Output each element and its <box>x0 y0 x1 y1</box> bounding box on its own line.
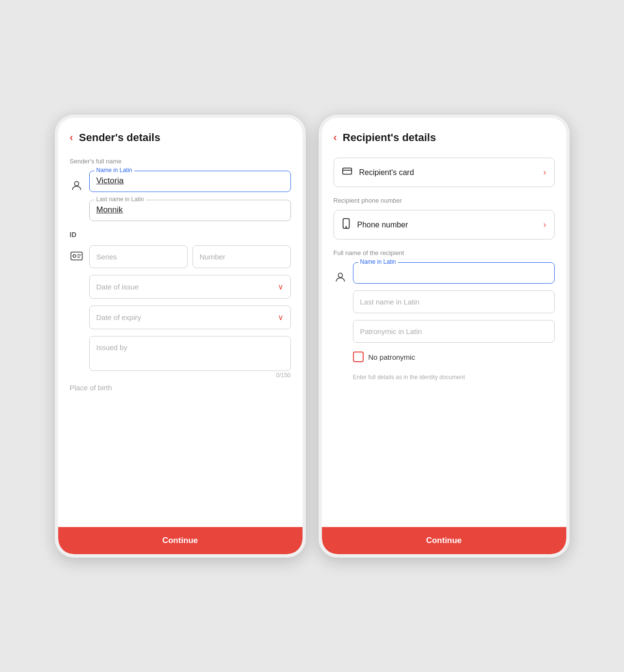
right-screen-content: ‹ Recipient's details Recipient's card › <box>322 118 566 554</box>
sender-full-name-label: Sender's full name <box>70 158 291 165</box>
svg-point-0 <box>74 181 79 186</box>
recipients-card-item[interactable]: Recipient's card › <box>334 158 555 187</box>
right-back-button[interactable]: ‹ <box>334 132 337 143</box>
name-in-latin-value: Victoria <box>96 176 284 188</box>
svg-rect-5 <box>342 168 351 175</box>
phone-number-label: Phone number <box>357 221 537 229</box>
place-of-birth-label: Place of birth <box>70 379 291 394</box>
left-phone-screen: ‹ Sender's details Sender's full name <box>58 118 303 554</box>
date-of-expiry-label: Date of expiry <box>96 313 142 321</box>
last-name-label: Last name in Latin <box>95 196 146 203</box>
date-of-issue-field[interactable]: Date of issue ∨ <box>89 275 291 299</box>
phone-item-arrow: › <box>544 220 546 230</box>
left-continue-button[interactable]: Continue <box>58 527 303 554</box>
right-header: ‹ Recipient's details <box>334 131 555 144</box>
right-screen-title: Recipient's details <box>343 131 436 144</box>
recipient-person-icon <box>334 271 347 284</box>
right-phone-screen: ‹ Recipient's details Recipient's card › <box>322 118 566 554</box>
number-field[interactable]: Number <box>192 245 291 268</box>
recipient-fields-stack: Name in Latin Last name in Latin Patrony… <box>353 262 555 381</box>
recipient-phone-section-label: Recipient phone number <box>334 197 555 204</box>
recipient-name-in-latin-field[interactable]: Name in Latin <box>353 262 555 284</box>
last-name-in-latin-field[interactable]: Last name in Latin Monnik <box>89 200 291 221</box>
date-issued-stack: Date of issue ∨ Date of expiry ∨ Issued … <box>70 275 291 379</box>
name-in-latin-field[interactable]: Name in Latin Victoria <box>89 171 291 192</box>
left-back-button[interactable]: ‹ <box>70 132 73 143</box>
name-field-row: Name in Latin Victoria <box>70 171 291 192</box>
recipient-last-name-field[interactable]: Last name in Latin <box>353 290 555 313</box>
char-count: 0/150 <box>89 372 291 379</box>
id-fields-row: Series Number <box>70 245 291 268</box>
recipients-card-label: Recipient's card <box>359 168 537 177</box>
issued-by-label: Issued by <box>96 343 128 352</box>
recipient-name-row: Name in Latin Last name in Latin Patrony… <box>334 262 555 381</box>
no-patronymic-label: No patronymic <box>368 353 416 361</box>
date-issue-chevron: ∨ <box>278 282 284 291</box>
left-screen-title: Sender's details <box>79 131 160 144</box>
svg-point-8 <box>346 226 347 227</box>
issued-by-field[interactable]: Issued by <box>89 336 291 371</box>
name-fields-stack: Name in Latin Victoria <box>89 171 291 192</box>
no-patronymic-checkbox[interactable] <box>353 352 364 362</box>
last-name-value: Monnik <box>96 205 284 217</box>
series-field[interactable]: Series <box>89 245 188 268</box>
phone-number-item[interactable]: Phone number › <box>334 210 555 240</box>
right-phone-frame: ‹ Recipient's details Recipient's card › <box>318 114 570 558</box>
left-phone-frame: ‹ Sender's details Sender's full name <box>54 114 306 558</box>
id-card-icon <box>70 249 83 263</box>
name-in-latin-label: Name in Latin <box>95 167 134 174</box>
person-icon <box>70 179 83 192</box>
card-item-arrow: › <box>544 167 546 177</box>
svg-point-2 <box>73 255 76 257</box>
last-name-row: Last name in Latin Monnik <box>70 200 291 221</box>
left-header: ‹ Sender's details <box>70 131 291 144</box>
recipient-patronymic-field[interactable]: Patronymic in Latin <box>353 320 555 343</box>
series-number-row: Series Number <box>89 245 291 268</box>
identity-document-helper: Enter full details as in the identity do… <box>353 374 555 381</box>
left-screen-content: ‹ Sender's details Sender's full name <box>58 118 303 554</box>
recipient-name-label: Name in Latin <box>358 258 398 265</box>
date-of-expiry-field[interactable]: Date of expiry ∨ <box>89 305 291 329</box>
recipient-name-value <box>360 268 547 279</box>
phone-icon <box>342 218 351 231</box>
screens-container: ‹ Sender's details Sender's full name <box>54 114 570 558</box>
date-expiry-chevron: ∨ <box>278 313 284 322</box>
id-section-label: ID <box>70 231 291 239</box>
full-name-section-label: Full name of the recipient <box>334 249 555 256</box>
right-continue-button[interactable]: Continue <box>322 527 566 554</box>
card-icon <box>342 166 352 179</box>
svg-point-9 <box>338 273 342 277</box>
date-of-issue-label: Date of issue <box>96 283 139 291</box>
no-patronymic-row: No patronymic <box>353 352 555 362</box>
